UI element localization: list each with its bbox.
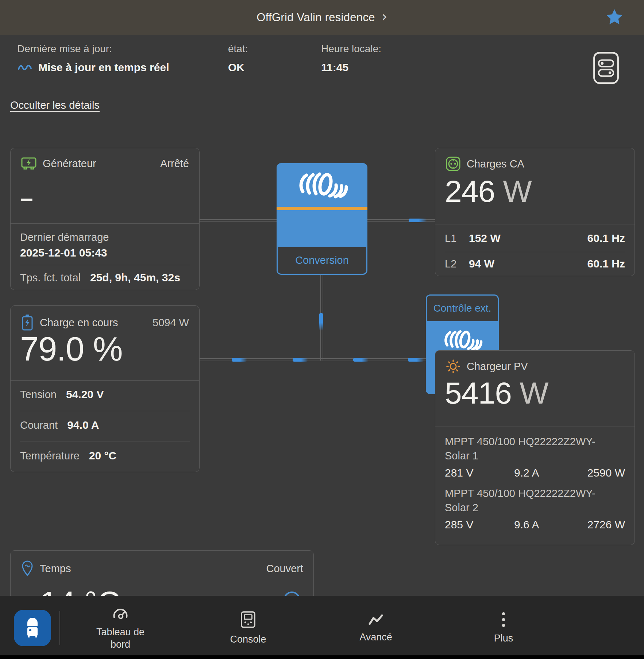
battery-soc-value: 79.0 [20, 330, 84, 367]
battery-card[interactable]: Charge en cours 5094 W 79.0 % Tension 54… [10, 305, 200, 472]
row-value: 54.20 V [66, 388, 104, 401]
tracker-voltage: 281 V [445, 467, 514, 479]
last-start-value: 2025-12-01 05:43 [20, 247, 107, 259]
chevron-right-icon: › [382, 11, 387, 22]
power-flow-dash [353, 358, 369, 362]
inverter-stripe [277, 207, 367, 210]
pv-charger-card[interactable]: Chargeur PV 5416 W MPPT 450/100 HQ22222Z… [435, 350, 635, 545]
page-title: OffGrid Valin residence [257, 11, 375, 24]
tab-label: Avancé [359, 631, 392, 643]
site-title-button[interactable]: OffGrid Valin residence › [257, 11, 387, 24]
status-state: état: OK [228, 43, 248, 74]
line-id: L2 [445, 258, 469, 270]
inverter-label: Conversion [295, 254, 349, 266]
battery-row: Température 20 °C [20, 450, 116, 462]
pv-tracker-values: 281 V 9.2 A 2590 W [445, 467, 625, 479]
generator-value: – [20, 185, 33, 212]
state-value: OK [228, 61, 244, 74]
ellipsis-vertical-icon [501, 612, 506, 628]
pv-tracker-values: 285 V 9.6 A 2726 W [445, 519, 625, 531]
battery-row: Courant 94.0 A [20, 419, 99, 431]
hide-details-link[interactable]: Occulter les détails [10, 99, 100, 111]
ac-line-row: L2 94 W 60.1 Hz [445, 258, 625, 270]
runtime-value: 25d, 9h, 45m, 32s [90, 271, 180, 284]
power-flow-dash [232, 358, 247, 362]
pv-title: Chargeur PV [467, 361, 528, 373]
victron-logo-icon [294, 168, 350, 202]
generator-title: Générateur [43, 158, 96, 170]
battery-power: 5094 W [153, 317, 189, 329]
ac-power-unit: W [503, 174, 532, 208]
tracker-power: 2590 W [587, 467, 625, 479]
pv-tracker-name: MPPT 450/100 HQ22222Z2WY-Solar 1 [445, 435, 620, 463]
favorite-star-icon[interactable] [605, 8, 624, 26]
victron-logo-icon [441, 327, 484, 353]
generator-card[interactable]: Générateur Arrêté – Dernier démarrage 20… [10, 148, 200, 290]
local-time-value: 11:45 [321, 61, 348, 74]
row-label: Courant [20, 419, 58, 431]
battery-row: Tension 54.20 V [20, 388, 104, 401]
power-flow-dash [319, 313, 323, 331]
weather-condition: Couvert [266, 563, 303, 575]
tab-advanced[interactable]: Avancé [332, 596, 420, 659]
state-label: état: [228, 43, 248, 55]
ac-power-value: 246 [445, 174, 495, 208]
last-update-label: Dernière mise à jour: [17, 43, 169, 55]
tab-dashboard[interactable]: Tableau de bord [77, 596, 164, 659]
row-value: 94.0 A [67, 419, 99, 431]
ac-socket-icon [446, 156, 461, 172]
power-flow-dash [408, 358, 424, 362]
runtime-label: Tps. fct. total [20, 272, 81, 284]
weather-title: Temps [40, 563, 71, 575]
tab-label: Console [230, 633, 266, 645]
tracker-power: 2726 W [587, 519, 625, 531]
generator-icon [21, 156, 37, 171]
ac-loads-card[interactable]: Charges CA 246 W L1 152 W 60.1 Hz L2 94 … [435, 148, 635, 276]
device-list-button[interactable] [14, 610, 51, 646]
last-start-label: Dernier démarrage [20, 231, 109, 243]
chart-line-icon [367, 613, 384, 627]
last-update-value: Mise à jour en temps réel [38, 61, 169, 74]
line-watts: 94 W [469, 258, 494, 270]
tab-label: Tableau de bord [89, 626, 151, 651]
tracker-voltage: 285 V [445, 519, 514, 531]
toggles-icon [593, 51, 619, 85]
row-label: Température [20, 450, 80, 462]
inverter-label-box[interactable]: Conversion [277, 247, 367, 275]
tab-console[interactable]: Console [204, 596, 292, 659]
location-pin-icon [21, 560, 34, 577]
wire-generator-inverter [199, 219, 277, 222]
line-id: L1 [445, 232, 469, 244]
home-indicator-strip [0, 655, 644, 659]
external-control-label: Contrôle ext. [433, 302, 491, 314]
tab-label: Plus [494, 632, 513, 644]
realtime-wave-icon [17, 62, 32, 73]
line-watts: 152 W [469, 232, 501, 244]
power-flow-dash [293, 358, 308, 362]
console-icon [240, 610, 256, 629]
tab-more[interactable]: Plus [460, 596, 547, 659]
inverter-device-image[interactable] [277, 163, 367, 247]
local-time-label: Heure locale: [321, 43, 381, 55]
line-freq: 60.1 Hz [587, 232, 625, 244]
sun-icon [446, 359, 461, 374]
pv-power-unit: W [520, 376, 548, 410]
controls-button[interactable] [593, 51, 619, 85]
tracker-current: 9.2 A [514, 467, 583, 479]
inverter-device-icon [25, 618, 40, 638]
generator-status: Arrêté [160, 158, 189, 170]
battery-title: Charge en cours [40, 317, 118, 329]
ac-loads-title: Charges CA [467, 158, 524, 170]
battery-soc-unit: % [93, 330, 123, 367]
tracker-current: 9.6 A [514, 519, 583, 531]
ac-line-row: L1 152 W 60.1 Hz [445, 232, 625, 244]
nav-divider [59, 611, 60, 645]
bottom-navigation: Tableau de bord Console Avancé Plus [0, 596, 644, 659]
top-bar: OffGrid Valin residence › [0, 0, 644, 35]
line-freq: 60.1 Hz [587, 258, 625, 270]
row-label: Tension [20, 389, 57, 401]
gauge-icon [112, 605, 129, 621]
status-local-time: Heure locale: 11:45 [321, 43, 381, 74]
battery-icon [21, 314, 34, 331]
row-value: 20 °C [89, 450, 116, 462]
